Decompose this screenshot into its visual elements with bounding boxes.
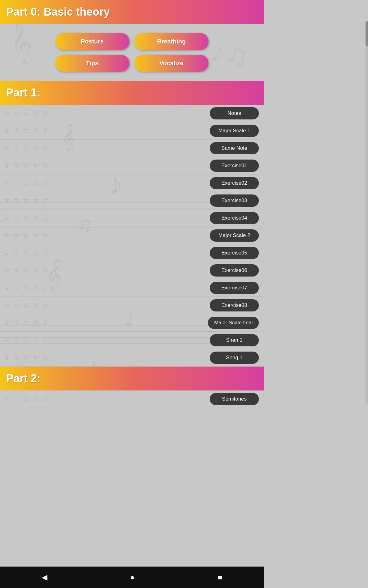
stars-semitones: ☆☆☆☆☆ xyxy=(3,394,52,404)
stars-exercise06: ☆☆☆☆☆ xyxy=(3,266,52,275)
list-item: ☆☆☆☆☆ Major Scale 1 xyxy=(0,122,264,140)
list-item: ☆☆☆☆☆ Exercise08 xyxy=(0,297,264,314)
stars-exercise01: ☆☆☆☆☆ xyxy=(3,161,52,170)
stars-siren-1: ☆☆☆☆☆ xyxy=(3,336,52,345)
part0-buttons-grid: Posture Breathing Tips Vocalize xyxy=(55,33,209,72)
list-item: ☆☆☆☆☆ Siren 1 xyxy=(0,332,264,349)
list-item: ☆☆☆☆☆ Notes xyxy=(0,105,264,122)
notes-button[interactable]: Notes xyxy=(210,107,259,119)
list-item: ☆☆☆☆☆ Exercise03 xyxy=(0,192,264,209)
stars-notes: ☆☆☆☆☆ xyxy=(3,109,52,118)
stars-exercise05: ☆☆☆☆☆ xyxy=(3,248,52,258)
part2-list-section: ☆☆☆☆☆ Semitones xyxy=(0,390,264,408)
stars-exercise03: ☆☆☆☆☆ xyxy=(3,196,52,205)
semitones-button[interactable]: Semitones xyxy=(210,393,259,405)
stars-major-scale-2: ☆☆☆☆☆ xyxy=(3,231,52,240)
list-item: ☆☆☆☆☆ Exercise07 xyxy=(0,279,264,297)
list-item: ☆☆☆☆☆ Exercise04 xyxy=(0,209,264,227)
part0-header: Part 0: Basic theory xyxy=(0,0,264,24)
siren-1-button[interactable]: Siren 1 xyxy=(210,334,259,346)
list-item: ☆☆☆☆☆ Exercise06 xyxy=(0,262,264,279)
part2-title: Part 2: xyxy=(6,372,40,385)
tips-button[interactable]: Tips xyxy=(55,55,129,72)
list-item: ☆☆☆☆☆ Major Scale final xyxy=(0,314,264,332)
stars-song-1: ☆☆☆☆☆ xyxy=(3,353,52,362)
part1-list-section: 𝄞 ♪ ♫ 𝄞 ♩ ♪ ☆☆☆☆☆ Notes ☆☆☆☆☆ xyxy=(0,105,264,367)
vocalize-button[interactable]: Vocalize xyxy=(134,55,209,72)
list-item: ☆☆☆☆☆ Exercise05 xyxy=(0,244,264,262)
part1-header: Part 1: xyxy=(0,81,264,105)
exercise07-button[interactable]: Exercise07 xyxy=(210,282,259,294)
list-item: ☆☆☆☆☆ Major Scale 2 xyxy=(0,227,264,244)
list-item: ☆☆☆☆☆ Semitones xyxy=(0,390,264,408)
exercise02-button[interactable]: Exercise02 xyxy=(210,177,259,189)
stars-major-scale-1: ☆☆☆☆☆ xyxy=(3,126,52,135)
list-item: ☆☆☆☆☆ Same Note xyxy=(0,140,264,157)
stars-exercise07: ☆☆☆☆☆ xyxy=(3,283,52,292)
stars-exercise04: ☆☆☆☆☆ xyxy=(3,213,52,223)
list-item: ☆☆☆☆☆ Exercise01 xyxy=(0,157,264,175)
posture-button[interactable]: Posture xyxy=(55,33,129,50)
stars-exercise08: ☆☆☆☆☆ xyxy=(3,301,52,310)
major-scale-final-button[interactable]: Major Scale final xyxy=(208,317,259,329)
breathing-button[interactable]: Breathing xyxy=(134,33,209,50)
song-1-button[interactable]: Song 1 xyxy=(210,352,259,364)
exercise01-button[interactable]: Exercise01 xyxy=(210,160,259,172)
exercise06-button[interactable]: Exercise06 xyxy=(210,264,259,277)
list-item: ☆☆☆☆☆ Song 1 xyxy=(0,349,264,367)
exercise08-button[interactable]: Exercise08 xyxy=(210,299,259,311)
part0-section: 𝄞 ♪♫ Posture Breathing Tips Vocalize xyxy=(0,24,264,81)
stars-same-note: ☆☆☆☆☆ xyxy=(3,144,52,153)
major-scale-2-button[interactable]: Major Scale 2 xyxy=(210,229,259,242)
stars-major-scale-final: ☆☆☆☆☆ xyxy=(3,318,52,327)
exercise04-button[interactable]: Exercise04 xyxy=(210,212,259,224)
list-item: ☆☆☆☆☆ Exercise02 xyxy=(0,175,264,192)
part2-header: Part 2: xyxy=(0,367,264,390)
part1-title: Part 1: xyxy=(6,86,40,99)
exercise03-button[interactable]: Exercise03 xyxy=(210,194,259,207)
major-scale-1-button[interactable]: Major Scale 1 xyxy=(210,125,259,137)
exercise05-button[interactable]: Exercise05 xyxy=(210,247,259,259)
stars-exercise02: ☆☆☆☆☆ xyxy=(3,179,52,188)
part0-title: Part 0: Basic theory xyxy=(6,6,110,18)
same-note-button[interactable]: Same Note xyxy=(210,142,259,154)
